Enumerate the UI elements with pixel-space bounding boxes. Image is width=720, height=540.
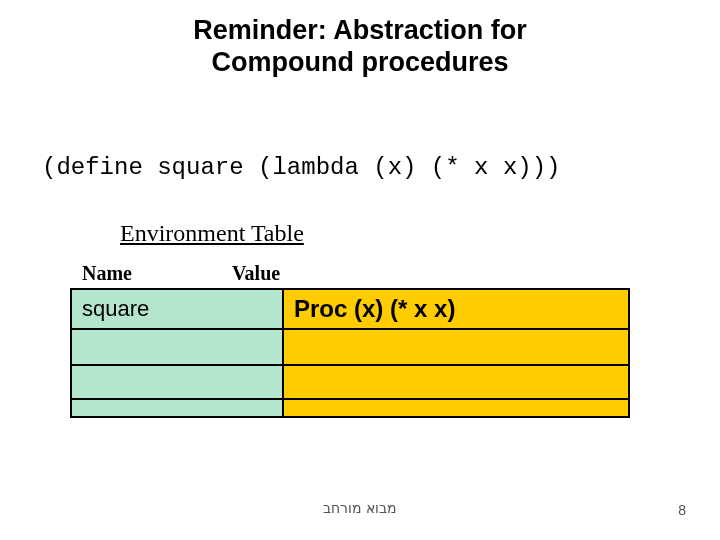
table-row [70, 400, 630, 418]
page-number: 8 [678, 502, 686, 518]
table-cell-value [284, 400, 628, 416]
table-cell-name [72, 330, 284, 364]
table-cell-name: square [72, 290, 284, 328]
table-row [70, 366, 630, 400]
code-definition: (define square (lambda (x) (* x x))) [42, 154, 560, 181]
column-header-name: Name [82, 262, 132, 285]
footer-text: מבוא מורחב [0, 500, 720, 516]
slide: Reminder: Abstraction for Compound proce… [0, 0, 720, 540]
table-cell-name [72, 400, 284, 416]
column-header-value: Value [232, 262, 280, 285]
table-row [70, 330, 630, 366]
environment-table: square Proc (x) (* x x) [70, 288, 630, 418]
slide-title: Reminder: Abstraction for Compound proce… [0, 14, 720, 79]
environment-table-heading: Environment Table [120, 220, 304, 247]
table-row: square Proc (x) (* x x) [70, 288, 630, 330]
table-cell-value: Proc (x) (* x x) [284, 290, 628, 328]
table-cell-value [284, 330, 628, 364]
table-cell-name [72, 366, 284, 398]
table-cell-value [284, 366, 628, 398]
